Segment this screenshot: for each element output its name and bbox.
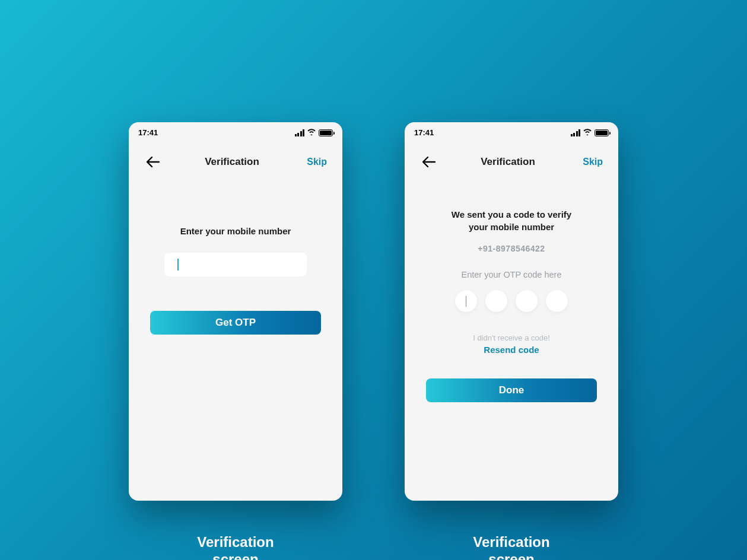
caption-left: Verification screen [129,534,342,560]
otp-digit-1[interactable] [455,290,477,312]
skip-button[interactable]: Skip [579,157,603,167]
back-icon[interactable] [422,155,437,169]
wifi-icon [583,128,592,137]
caption-right-line1: Verification [473,534,549,550]
no-code-text: I didn't receive a code! [426,333,597,342]
status-time: 17:41 [138,128,158,137]
back-icon[interactable] [147,155,161,169]
status-time: 17:41 [414,128,434,137]
verify-heading: We sent you a code to verify your mobile… [426,208,597,233]
otp-digit-3[interactable] [516,290,538,312]
nav-bar: Verification Skip [129,141,342,169]
screen-content: We sent you a code to verify your mobile… [405,208,618,402]
mobile-number-input[interactable] [164,253,307,276]
caption-right: Verification screen [405,534,618,560]
battery-icon [595,129,609,136]
status-bar: 17:41 [405,122,618,141]
captions-row: Verification screen Verification screen [0,501,747,560]
status-icons [571,128,609,137]
otp-digit-4[interactable] [546,290,568,312]
battery-icon [319,129,333,136]
wifi-icon [307,128,316,137]
phones-row: 17:41 Verificat [0,0,747,501]
otp-input-group [426,290,597,312]
signal-icon [295,129,305,136]
caption-right-col: Verification screen [405,501,618,560]
nav-title: Verification [161,156,303,168]
resend-code-button[interactable]: Resend code [426,345,597,355]
otp-digit-2[interactable] [485,290,507,312]
done-button[interactable]: Done [426,378,597,402]
nav-bar: Verification Skip [405,141,618,169]
skip-button[interactable]: Skip [303,157,327,167]
caption-left-line2: screen [212,551,258,560]
text-cursor [177,259,179,271]
get-otp-button[interactable]: Get OTP [150,311,321,335]
caption-right-line2: screen [488,551,534,560]
status-bar: 17:41 [129,122,342,141]
mobile-input-wrapper [164,253,307,276]
caption-left-col: Verification screen [129,501,342,560]
verify-heading-line2: your mobile number [469,222,554,232]
phone-frame-enter-number: 17:41 Verificat [129,122,342,501]
screen-content: Enter your mobile number Get OTP [129,226,342,335]
verify-heading-line1: We sent you a code to verify [452,209,571,219]
nav-title: Verification [437,156,579,168]
phone-number-display: +91-8978546422 [426,244,597,253]
phone-frame-enter-otp: 17:41 Verificat [405,122,618,501]
otp-label: Enter your OTP code here [426,270,597,279]
signal-icon [571,129,581,136]
caption-left-line1: Verification [197,534,274,550]
enter-number-prompt: Enter your mobile number [150,226,321,236]
status-icons [295,128,333,137]
